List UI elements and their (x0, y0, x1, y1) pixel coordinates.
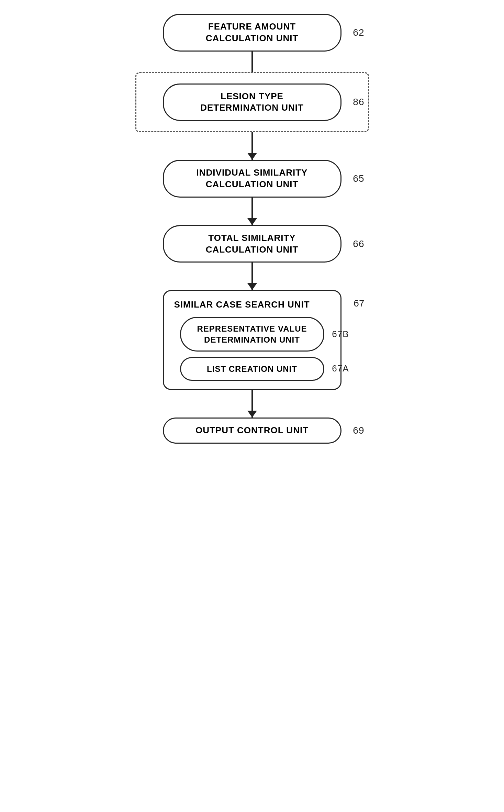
arrow-head-2 (247, 153, 257, 160)
similar-case-title: SIMILAR CASE SEARCH UNIT (171, 299, 310, 310)
arrow-2 (251, 132, 253, 160)
arrow-line-1 (251, 52, 253, 72)
arrow-line-3 (251, 198, 253, 218)
feature-amount-line1: FEATURE AMOUNT CALCULATION UNIT (206, 21, 299, 43)
list-creation-text: LIST CREATION UNIT (207, 364, 297, 374)
individual-similarity-id: 65 (353, 173, 364, 185)
arrow-line-2 (251, 132, 253, 153)
lesion-type-id: 86 (353, 96, 364, 108)
arrow-4 (251, 263, 253, 290)
arrow-head-5 (247, 411, 257, 418)
total-similarity-node: TOTAL SIMILARITYCALCULATION UNIT 66 (163, 225, 341, 263)
output-control-id: 69 (353, 424, 364, 437)
list-creation-id: 67A (332, 363, 349, 375)
arrow-5 (251, 390, 253, 418)
output-control-text: OUTPUT CONTROL UNIT (195, 425, 309, 435)
representative-value-text: REPRESENTATIVE VALUEDETERMINATION UNIT (197, 324, 307, 344)
flowchart-diagram: FEATURE AMOUNT CALCULATION UNIT 62 LESIO… (132, 14, 372, 444)
dashed-box: LESION TYPEDETERMINATION UNIT 86 (135, 72, 369, 133)
individual-similarity-node: INDIVIDUAL SIMILARITYCALCULATION UNIT 65 (163, 160, 341, 198)
similar-case-search-outer: 67 SIMILAR CASE SEARCH UNIT REPRESENTATI… (163, 290, 341, 390)
arrow-3 (251, 198, 253, 225)
lesion-type-node: LESION TYPEDETERMINATION UNIT 86 (163, 84, 341, 121)
similar-case-id: 67 (354, 298, 364, 309)
feature-amount-id: 62 (353, 26, 364, 39)
total-similarity-text: TOTAL SIMILARITYCALCULATION UNIT (206, 233, 299, 255)
list-creation-node: LIST CREATION UNIT 67A (180, 357, 324, 381)
arrow-head-4 (247, 283, 257, 290)
arrow-line-4 (251, 263, 253, 283)
feature-amount-node: FEATURE AMOUNT CALCULATION UNIT 62 (163, 14, 341, 52)
arrow-1 (251, 52, 253, 72)
arrow-head-3 (247, 218, 257, 225)
lesion-type-text: LESION TYPEDETERMINATION UNIT (200, 91, 304, 113)
arrow-line-5 (251, 390, 253, 411)
individual-similarity-text: INDIVIDUAL SIMILARITYCALCULATION UNIT (197, 167, 308, 189)
total-similarity-id: 66 (353, 237, 364, 250)
output-control-node: OUTPUT CONTROL UNIT 69 (163, 418, 341, 444)
representative-value-node: REPRESENTATIVE VALUEDETERMINATION UNIT 6… (180, 317, 324, 351)
representative-value-id: 67B (332, 329, 349, 340)
